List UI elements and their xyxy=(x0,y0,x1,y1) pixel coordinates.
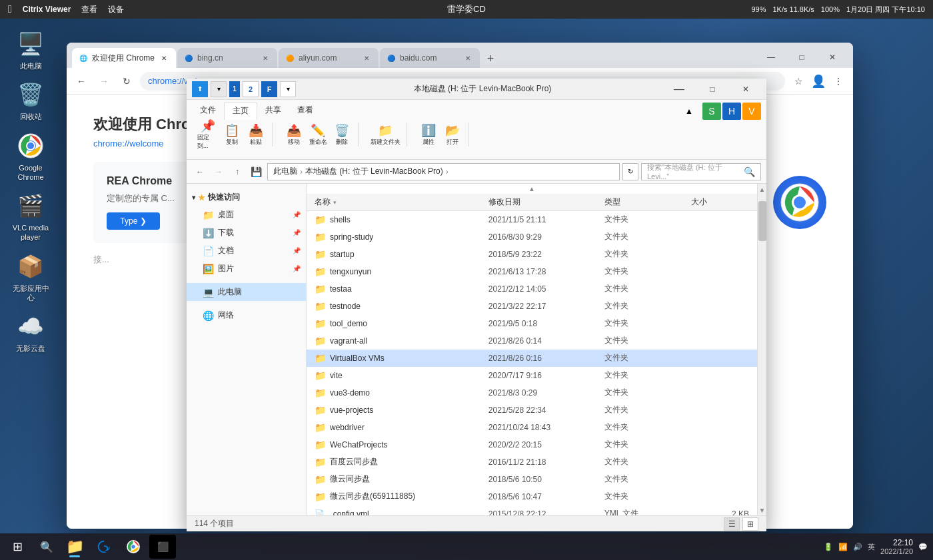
settings-button[interactable]: ⋮ xyxy=(829,72,848,91)
chrome-tab-close-bing[interactable]: ✕ xyxy=(260,53,271,63)
taskbar-chrome[interactable] xyxy=(120,535,147,559)
sidebar-item-documents[interactable]: 📄 文档 📌 xyxy=(187,242,306,260)
citrix-viewer-menu[interactable]: Citrix Viewer xyxy=(23,5,71,14)
scrollbar-thumb[interactable] xyxy=(758,201,766,241)
ribbon-collapse[interactable]: ▲ xyxy=(681,103,697,119)
paste-button[interactable]: 📥 粘贴 xyxy=(245,124,267,145)
nav-forward-button[interactable]: → xyxy=(211,164,227,180)
chrome-tab-welcome[interactable]: 🌐 欢迎使用 Chrome ✕ xyxy=(72,48,176,68)
bookmark-button[interactable]: ☆ xyxy=(789,72,808,91)
quick-access-header[interactable]: ▾ ★ 快速访问 xyxy=(187,189,306,206)
table-row[interactable]: 📁 shells 2021/11/5 21:11 文件夹 xyxy=(307,211,757,228)
desktop-icon-wuyingdisk[interactable]: ☁️ 无影云盘 xyxy=(7,308,55,356)
apple-menu[interactable]:  xyxy=(8,3,12,15)
nav-back-button[interactable]: ← xyxy=(192,164,208,180)
table-row[interactable]: 📁 spring-study 2016/8/30 9:29 文件夹 xyxy=(307,228,757,246)
copy-button[interactable]: 📋 复制 xyxy=(221,124,243,145)
nav-dropdown[interactable]: ▾ xyxy=(280,81,296,97)
table-row[interactable]: 📁 百度云同步盘 2016/11/2 21:18 文件夹 xyxy=(307,453,757,471)
table-row[interactable]: 📁 vagrant-all 2021/8/26 0:14 文件夹 xyxy=(307,332,757,350)
table-row[interactable]: 📁 startup 2018/5/9 23:22 文件夹 xyxy=(307,246,757,263)
sidebar-item-downloads[interactable]: ⬇️ 下载 📌 xyxy=(187,224,306,242)
properties-button[interactable]: ℹ️ 属性 xyxy=(418,124,439,145)
ribbon-tab-file[interactable]: 文件 xyxy=(192,103,224,120)
table-row[interactable]: 📁 webdriver 2021/10/24 18:43 文件夹 xyxy=(307,419,757,436)
chrome-maximize-button[interactable]: □ xyxy=(786,47,817,68)
nav-up-button[interactable]: ↑ xyxy=(229,164,245,180)
scroll-down-button[interactable]: ▼ xyxy=(758,505,766,515)
table-row[interactable]: 📁 testaa 2021/2/12 14:05 文件夹 xyxy=(307,280,757,298)
device-menu[interactable]: 设备 xyxy=(108,4,124,15)
rename-button[interactable]: ✏️ 重命名 xyxy=(307,124,329,145)
sidebar-item-thispc[interactable]: 💻 此电脑 xyxy=(187,283,306,301)
view-large-icons-button[interactable]: ⊞ xyxy=(742,517,758,531)
notification-icon[interactable]: 💬 xyxy=(918,543,928,551)
chrome-tab-baidu[interactable]: 🔵 baidu.com ✕ xyxy=(380,48,480,68)
new-tab-button[interactable]: + xyxy=(481,49,500,68)
search-box[interactable]: 搜索"本地磁盘 (H: 位于 Levi..." 🔍 xyxy=(641,163,761,180)
table-row[interactable]: 📁 vue3-demo 2021/8/3 0:29 文件夹 xyxy=(307,384,757,402)
table-row[interactable]: 📁 VirtualBox VMs 2021/8/26 0:16 文件夹 xyxy=(307,350,757,367)
table-row[interactable]: 📁 WeChatProjects 2020/2/2 20:15 文件夹 xyxy=(307,436,757,453)
sort-expand-button[interactable]: ▲ xyxy=(307,184,757,194)
start-button[interactable]: ⊞ xyxy=(5,535,29,559)
sidebar-item-network[interactable]: 🌐 网络 xyxy=(187,306,306,324)
col-header-name[interactable]: 名称 ▾ xyxy=(315,196,488,208)
taskbar-file-explorer[interactable]: 📁 xyxy=(61,535,88,559)
chrome-tab-close-welcome[interactable]: ✕ xyxy=(159,53,169,63)
taskbar-terminal[interactable]: ⬛ xyxy=(149,535,176,559)
col-header-date[interactable]: 修改日期 xyxy=(488,196,604,208)
delete-button[interactable]: 🗑️ 删除 xyxy=(331,124,353,145)
table-row[interactable]: 📁 微云同步盘 2018/5/6 10:50 文件夹 xyxy=(307,471,757,488)
customize-button[interactable]: Type ❯ xyxy=(107,212,160,230)
desktop-icon-computer[interactable]: 🖥️ 此电脑 xyxy=(7,25,55,73)
ribbon-tab-home[interactable]: 主页 xyxy=(224,103,257,120)
table-row[interactable]: 📁 vue-projects 2021/5/28 22:34 文件夹 xyxy=(307,402,757,419)
ribbon-tabs: 文件 主页 共享 查看 ▲ S H V xyxy=(192,103,761,120)
desktop-icon-vlc[interactable]: 🎬 VLC media player xyxy=(7,187,55,245)
table-row[interactable]: 📁 微云同步盘(659111885) 2018/5/6 10:47 文件夹 xyxy=(307,488,757,505)
ribbon-tab-view[interactable]: 查看 xyxy=(289,103,321,120)
ribbon-tab-share[interactable]: 共享 xyxy=(257,103,289,120)
desktop-icon-wuyingapp[interactable]: 📦 无影应用中心 xyxy=(7,248,55,306)
table-row[interactable]: 📁 vite 2020/7/17 9:16 文件夹 xyxy=(307,367,757,384)
table-row[interactable]: 📁 tengxunyun 2021/6/13 17:28 文件夹 xyxy=(307,263,757,280)
chrome-tab-bing[interactable]: 🔵 bing.cn ✕ xyxy=(177,48,277,68)
view-details-button[interactable]: ☰ xyxy=(724,517,740,531)
chrome-tab-close-aliyun[interactable]: ✕ xyxy=(361,53,372,63)
table-row[interactable]: 📁 tool_demo 2021/9/5 0:18 文件夹 xyxy=(307,315,757,332)
back-button[interactable]: ← xyxy=(72,72,91,91)
taskbar-apps: 🔍 📁 ⬛ xyxy=(35,535,176,559)
chrome-tab-aliyun[interactable]: 🟠 aliyun.com ✕ xyxy=(279,48,379,68)
scrollbar[interactable]: ▲ ▼ xyxy=(757,184,766,515)
chrome-minimize-button[interactable]: — xyxy=(756,47,786,68)
table-row[interactable]: 📄 _config.yml 2015/12/8 22:12 YML 文件 2 K… xyxy=(307,505,757,515)
col-header-size[interactable]: 大小 xyxy=(691,196,749,208)
address-refresh-button[interactable]: ↻ xyxy=(622,163,638,180)
explorer-close-button[interactable]: ✕ xyxy=(730,79,761,100)
reload-button[interactable]: ↻ xyxy=(117,72,136,91)
sidebar-item-pictures[interactable]: 🖼️ 图片 📌 xyxy=(187,260,306,278)
taskbar-search-button[interactable]: 🔍 xyxy=(35,535,59,559)
new-folder-button[interactable]: 📁 新建文件夹 xyxy=(369,124,401,145)
chrome-close-button[interactable]: ✕ xyxy=(817,47,848,68)
sidebar-item-desktop[interactable]: 📁 桌面 📌 xyxy=(187,206,306,224)
chrome-tab-close-baidu[interactable]: ✕ xyxy=(463,53,473,63)
table-row[interactable]: 📁 testnode 2021/3/22 22:17 文件夹 xyxy=(307,298,757,315)
forward-button[interactable]: → xyxy=(95,72,113,91)
desktop-icon-chrome[interactable]: Google Chrome xyxy=(7,127,55,185)
customize-quick-access[interactable]: ▾ xyxy=(211,81,227,97)
open-button[interactable]: 📂 打开 xyxy=(442,124,463,145)
view-menu[interactable]: 查看 xyxy=(81,4,97,15)
pin-button[interactable]: 📌 固定到... xyxy=(197,124,219,145)
quick-access-toolbar[interactable]: ⬆ xyxy=(192,81,208,97)
explorer-minimize-button[interactable]: — xyxy=(664,79,694,100)
address-path[interactable]: 此电脑 › 本地磁盘 (H: 位于 Levin-MacBook Pro) › xyxy=(267,163,620,180)
col-header-type[interactable]: 类型 xyxy=(604,196,691,208)
desktop-icon-trash[interactable]: 🗑️ 回收站 xyxy=(7,76,55,124)
move-button[interactable]: 📤 移动 xyxy=(283,124,305,145)
scroll-up-button[interactable]: ▲ xyxy=(758,184,766,194)
profile-button[interactable]: 👤 xyxy=(809,72,828,91)
taskbar-edge[interactable] xyxy=(91,535,117,559)
explorer-maximize-button[interactable]: □ xyxy=(697,79,728,100)
